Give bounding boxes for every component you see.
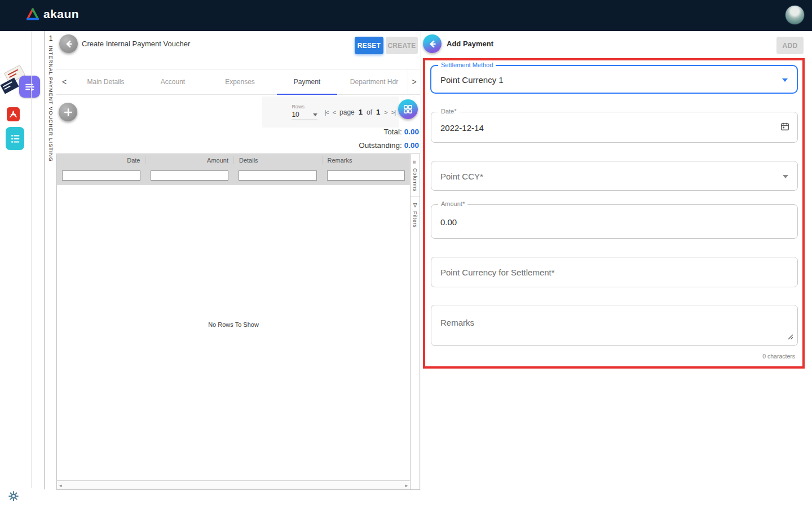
settlement-method-label: Settlement Method <box>438 62 496 68</box>
tab-account[interactable]: Account <box>139 69 206 94</box>
column-header-amount[interactable]: Amount <box>145 156 234 164</box>
prev-page-icon[interactable]: < <box>333 109 336 116</box>
outstanding-line: Outstanding:0.00 <box>359 139 419 152</box>
point-currency-for-settlement-label: Point Currency for Settlement* <box>440 268 555 277</box>
grid-body: No Rows To Show <box>57 184 410 480</box>
rows-caret-icon <box>313 113 317 116</box>
tabs-scroll-right-icon[interactable]: > <box>408 69 420 94</box>
remarks-textarea[interactable]: Remarks <box>431 305 798 346</box>
filters-tool-button[interactable]: ∇ Filters <box>411 197 420 233</box>
columns-tool-label: Columns <box>412 168 418 191</box>
filters-tool-label: Filters <box>412 211 418 227</box>
grid-side-toolbar: ≡ Columns ∇ Filters <box>410 154 420 489</box>
add-payment-back-button[interactable] <box>423 34 442 53</box>
calendar-icon[interactable] <box>780 121 790 134</box>
last-page-icon[interactable]: >| <box>391 109 395 116</box>
pagination-block: Rows 10 |< < page 1 of 1 > >| <box>262 97 399 128</box>
rows-value: 10 <box>292 111 299 119</box>
pdf-reader-app-icon[interactable] <box>7 107 20 121</box>
back-button[interactable] <box>59 34 78 53</box>
logo-text: akaun <box>43 7 79 21</box>
column-header-date[interactable]: Date <box>57 156 145 164</box>
top-app-bar: akaun <box>0 0 812 31</box>
back-arrow-icon <box>64 39 74 49</box>
column-header-details[interactable]: Details <box>233 156 322 164</box>
app-logo: akaun <box>25 7 79 21</box>
outstanding-label: Outstanding: <box>359 141 402 150</box>
filter-input-date[interactable] <box>62 170 140 181</box>
tab-department-hdr[interactable]: Department Hdr <box>341 69 408 94</box>
listing-app-icon[interactable] <box>6 127 24 150</box>
grid-toolbar: Rows 10 |< < page 1 of 1 > >| <box>56 95 420 129</box>
settings-gear-icon[interactable] <box>8 491 19 501</box>
filter-input-remarks[interactable] <box>327 170 405 181</box>
tab-payment[interactable]: Payment <box>273 69 341 94</box>
date-label: Date* <box>438 108 460 115</box>
add-button[interactable]: ADD <box>776 37 804 54</box>
column-header-remarks[interactable]: Remarks <box>322 156 411 164</box>
create-internal-payment-voucher-panel: Create Internal Payment Voucher RESET CR… <box>56 31 420 508</box>
scroll-left-icon[interactable]: ◂ <box>59 483 62 488</box>
dropdown-caret-icon <box>782 78 788 82</box>
first-page-icon[interactable]: |< <box>324 109 328 116</box>
point-currency-for-settlement-input[interactable]: Point Currency for Settlement* <box>431 257 798 287</box>
add-payment-panel: Add Payment ADD Settlement Method Point … <box>421 31 812 508</box>
total-value: 0.00 <box>404 128 419 136</box>
vertical-tab-index: 1 <box>45 34 56 42</box>
tab-expenses[interactable]: Expenses <box>206 69 273 94</box>
columns-tool-button[interactable]: ≡ Columns <box>411 154 420 197</box>
rows-per-page-select[interactable]: Rows 10 <box>292 104 317 120</box>
user-avatar[interactable] <box>785 5 805 25</box>
date-value: 2022-12-14 <box>440 122 484 132</box>
page-current: 1 <box>359 108 363 116</box>
outstanding-value: 0.00 <box>404 141 419 150</box>
page-word: page <box>339 108 355 116</box>
grid-icon <box>403 104 413 115</box>
grid-filter-row <box>57 167 410 184</box>
date-input[interactable]: Date* 2022-12-14 <box>431 112 798 143</box>
amount-label: Amount* <box>438 200 467 207</box>
of-word: of <box>367 108 372 116</box>
page-total: 1 <box>376 108 380 116</box>
vertical-tab-label: INTERNAL PAYMENT VOUCHER LISTING <box>48 46 54 162</box>
grid-view-button[interactable] <box>398 99 418 119</box>
resize-handle-icon[interactable] <box>788 332 793 342</box>
settlement-method-select[interactable]: Settlement Method Point Currency 1 <box>430 65 798 94</box>
page-title: Create Internal Payment Voucher <box>82 40 190 48</box>
next-page-icon[interactable]: > <box>384 109 387 116</box>
settlement-method-value: Point Currency 1 <box>440 75 504 84</box>
character-counter: 0 characters <box>762 353 795 360</box>
highlighted-form-region: Settlement Method Point Currency 1 Date*… <box>423 58 805 369</box>
grid-empty-message: No Rows To Show <box>57 321 410 328</box>
scroll-right-icon[interactable]: ▸ <box>405 483 408 488</box>
add-row-button[interactable] <box>59 103 77 121</box>
payments-grid: Date Amount Details Remarks No Rows To S… <box>56 154 420 490</box>
reset-button[interactable]: RESET <box>355 37 383 54</box>
amount-input[interactable]: Amount* 0.00 <box>431 204 798 239</box>
filter-input-details[interactable] <box>239 170 317 181</box>
filter-input-amount[interactable] <box>151 170 229 181</box>
point-ccy-label: Point CCY* <box>440 171 483 181</box>
vertical-tab-internal-payment-voucher-listing[interactable]: 1 INTERNAL PAYMENT VOUCHER LISTING <box>45 31 56 489</box>
rows-label: Rows <box>292 104 317 110</box>
tabs-bar: < Main Details Account Expenses Payment … <box>56 69 420 95</box>
grid-header-row: Date Amount Details Remarks <box>57 154 410 167</box>
tab-main-details[interactable]: Main Details <box>72 69 139 94</box>
point-ccy-select[interactable]: Point CCY* <box>431 161 798 191</box>
pagination-controls: |< < page 1 of 1 > >| <box>324 108 395 116</box>
tabs-scroll-left-icon[interactable]: < <box>56 69 72 94</box>
grid-horizontal-scrollbar[interactable]: ◂ ▸ <box>57 480 410 489</box>
totals-summary: Total:0.00 Outstanding:0.00 <box>359 125 419 152</box>
left-icon-rail <box>0 31 31 508</box>
filter-funnel-icon: ∇ <box>413 202 417 208</box>
remarks-label: Remarks <box>440 318 474 327</box>
plus-icon <box>63 107 73 117</box>
create-button[interactable]: CREATE <box>386 37 418 54</box>
playlist-app-icon[interactable] <box>19 76 40 98</box>
grid-main: Date Amount Details Remarks No Rows To S… <box>57 154 410 489</box>
dropdown-caret-icon <box>783 175 788 178</box>
total-line: Total:0.00 <box>359 125 419 139</box>
back-arrow-icon <box>427 39 438 49</box>
akaun-triangle-icon <box>25 7 40 21</box>
rail-divider <box>31 31 32 488</box>
